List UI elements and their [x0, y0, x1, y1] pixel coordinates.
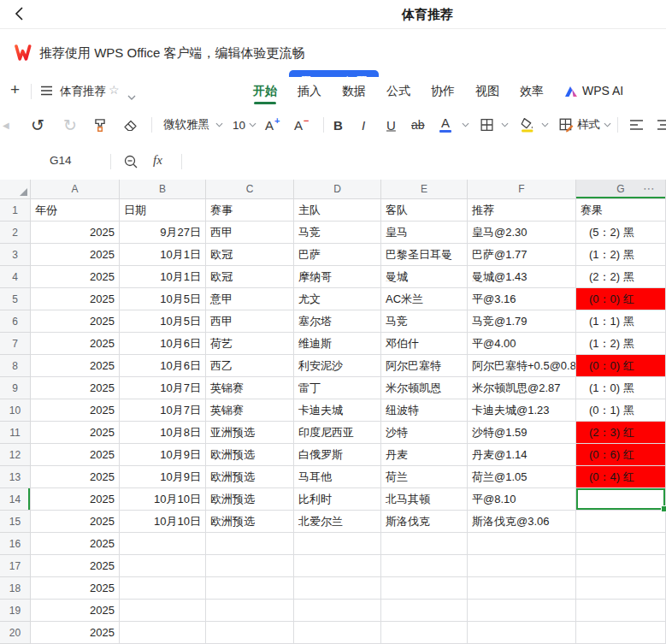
cell-G16[interactable] [576, 533, 666, 555]
tab-公式[interactable]: 公式 [386, 77, 410, 105]
font-color-button[interactable]: A [439, 117, 451, 133]
cell-F13[interactable]: 荷兰@1.05 [468, 466, 576, 488]
cell-C10[interactable]: 英锦赛 [206, 399, 294, 422]
column-header-C[interactable]: C [206, 180, 294, 199]
cell-F6[interactable]: 马竞@1.79 [468, 310, 576, 333]
cell-C9[interactable]: 英锦赛 [206, 377, 294, 399]
row-header-16[interactable]: 16 [0, 533, 31, 555]
column-header-F[interactable]: F [468, 180, 576, 199]
italic-button[interactable]: I [362, 117, 365, 132]
cell-A8[interactable]: 2025 [31, 355, 120, 377]
cell-C20[interactable] [206, 622, 294, 644]
tab-视图[interactable]: 视图 [475, 77, 499, 105]
cell-D16[interactable] [294, 533, 381, 555]
cell-B1[interactable]: 日期 [120, 199, 206, 222]
cell-F5[interactable]: 平@3.16 [468, 288, 576, 310]
cell-D18[interactable] [294, 577, 381, 600]
underline-button[interactable]: U [386, 117, 396, 132]
cell-C6[interactable]: 西甲 [206, 310, 294, 333]
cell-C16[interactable] [206, 533, 294, 555]
cell-F10[interactable]: 卡迪夫城@1.23 [468, 399, 576, 422]
row-header-9[interactable]: 9 [0, 377, 31, 399]
cell-C13[interactable]: 欧洲预选 [206, 466, 294, 488]
insert-function-icon[interactable]: fx [153, 153, 162, 168]
cell-F16[interactable] [468, 533, 576, 555]
cell-D2[interactable]: 马竞 [294, 222, 381, 244]
cell-D20[interactable] [294, 622, 381, 644]
more-columns-icon[interactable]: ⋯ [643, 181, 656, 195]
decrease-font-button[interactable]: A− [294, 117, 309, 132]
column-header-D[interactable]: D [294, 180, 381, 199]
cell-A7[interactable]: 2025 [31, 333, 120, 355]
cell-E1[interactable]: 客队 [381, 199, 468, 222]
cell-G1[interactable]: 赛果 [576, 199, 666, 222]
cell-C8[interactable]: 西乙 [206, 355, 294, 377]
column-header-A[interactable]: A [31, 180, 120, 199]
cell-G5[interactable]: (0：0) 红 [576, 288, 666, 310]
cell-A15[interactable]: 2025 [31, 511, 120, 533]
cell-F11[interactable]: 沙特@1.59 [468, 422, 576, 444]
cell-A4[interactable]: 2025 [31, 266, 120, 288]
tab-插入[interactable]: 插入 [298, 77, 321, 105]
chevron-down-icon[interactable] [604, 122, 611, 127]
cell-F2[interactable]: 皇马@2.30 [468, 222, 576, 244]
row-header-20[interactable]: 20 [0, 622, 31, 644]
cell-style-icon[interactable]: 样式 [558, 117, 600, 133]
star-icon[interactable]: ☆ [109, 83, 120, 97]
cell-D10[interactable]: 卡迪夫城 [294, 399, 381, 422]
cell-E9[interactable]: 米尔顿凯恩 [381, 377, 468, 399]
cell-E13[interactable]: 荷兰 [381, 466, 468, 488]
cell-D15[interactable]: 北爱尔兰 [294, 511, 381, 533]
cell-B16[interactable] [120, 533, 206, 555]
cell-G8[interactable]: (0：0) 红 [576, 355, 666, 377]
cell-C19[interactable] [206, 600, 294, 622]
align-center-icon[interactable] [657, 119, 666, 131]
cell-E19[interactable] [381, 600, 468, 622]
cell-C15[interactable]: 欧洲预选 [206, 511, 294, 533]
cell-F8[interactable]: 阿尔巴塞特+0.5@0.8 [468, 355, 576, 377]
cell-D5[interactable]: 尤文 [294, 288, 381, 310]
cell-B13[interactable]: 10月9日 [120, 466, 206, 488]
cell-B18[interactable] [120, 577, 206, 600]
cell-G17[interactable] [576, 555, 666, 577]
cell-D12[interactable]: 白俄罗斯 [294, 444, 381, 466]
cell-F7[interactable]: 平@4.00 [468, 333, 576, 355]
cell-D4[interactable]: 摩纳哥 [294, 266, 381, 288]
cell-B19[interactable] [120, 600, 206, 622]
cell-E2[interactable]: 皇马 [381, 222, 468, 244]
cell-B2[interactable]: 9月27日 [120, 222, 206, 244]
borders-icon[interactable] [480, 117, 494, 132]
cell-D8[interactable]: 利安泥沙 [294, 355, 381, 377]
cell-F19[interactable] [468, 600, 576, 622]
row-header-19[interactable]: 19 [0, 600, 31, 622]
cell-A9[interactable]: 2025 [31, 377, 120, 399]
cell-D14[interactable]: 比利时 [294, 488, 381, 511]
cell-B7[interactable]: 10月6日 [120, 333, 206, 355]
cell-B4[interactable]: 10月1日 [120, 266, 206, 288]
cell-C11[interactable]: 亚洲预选 [206, 422, 294, 444]
row-header-2[interactable]: 2 [0, 222, 31, 244]
redo-icon[interactable]: ↻ [63, 115, 77, 134]
align-left-icon[interactable] [629, 119, 644, 131]
font-name-select[interactable]: 微软雅黑 [163, 117, 209, 133]
fill-color-icon[interactable] [519, 116, 535, 133]
cell-A18[interactable]: 2025 [31, 577, 120, 600]
cell-B10[interactable]: 10月7日 [120, 399, 206, 422]
cell-E10[interactable]: 纽波特 [381, 399, 468, 422]
cell-D3[interactable]: 巴萨 [294, 244, 381, 266]
cell-D9[interactable]: 雷丁 [294, 377, 381, 399]
row-header-11[interactable]: 11 [0, 422, 31, 444]
format-painter-icon[interactable] [92, 117, 108, 133]
cell-C5[interactable]: 意甲 [206, 288, 294, 310]
cell-C14[interactable]: 欧洲预选 [206, 488, 294, 511]
cell-B17[interactable] [120, 555, 206, 577]
cell-F1[interactable]: 推荐 [468, 199, 576, 222]
cell-F4[interactable]: 曼城@1.43 [468, 266, 576, 288]
increase-font-button[interactable]: A+ [265, 117, 280, 132]
cell-F12[interactable]: 丹麦@1.14 [468, 444, 576, 466]
font-size-select[interactable]: 10 [233, 118, 245, 131]
cell-G19[interactable] [576, 600, 666, 622]
chevron-down-icon[interactable] [249, 122, 256, 127]
chevron-down-icon[interactable] [462, 122, 469, 127]
cell-A6[interactable]: 2025 [31, 310, 120, 333]
